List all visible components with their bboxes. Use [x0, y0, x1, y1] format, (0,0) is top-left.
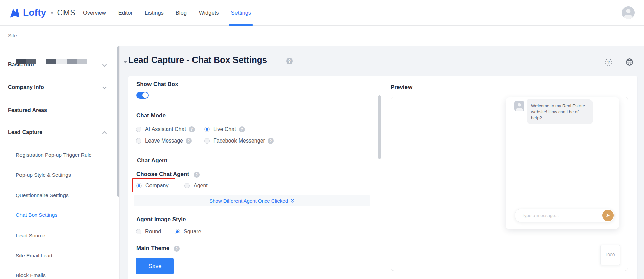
show-chat-box-label: Show Chat Box [136, 81, 178, 88]
radio-option-round[interactable]: Round [136, 229, 175, 235]
radio-label: Round [145, 229, 161, 235]
save-footer: Save [128, 253, 381, 279]
redacted-site-name [67, 59, 77, 64]
nav-item-blog[interactable]: Blog [176, 0, 187, 26]
help-icon[interactable]: ? [194, 172, 200, 178]
sidebar-item-popup-style-settings[interactable]: Pop-up Style & Settings [16, 172, 71, 180]
brand-product: CMS [57, 8, 75, 17]
help-icon[interactable]: ? [268, 138, 274, 144]
redacted-site-name [26, 59, 36, 64]
radio-icon[interactable] [184, 183, 190, 188]
sidebar-item-chat-box-settings[interactable]: Chat Box Settings [16, 212, 57, 220]
redacted-site-name [77, 59, 87, 64]
sidebar-item-featured-areas[interactable]: Featured Areas [8, 107, 47, 115]
radio-label: Leave Message [145, 138, 183, 144]
double-chevron-down-icon [290, 199, 295, 203]
send-icon [605, 213, 611, 218]
radio-icon[interactable] [136, 183, 142, 188]
lofty-logo-icon [9, 8, 20, 18]
radio-option-facebook-messenger[interactable]: Facebook Messenger ? [204, 138, 274, 144]
radio-label: Square [184, 229, 201, 235]
sidebar-item-lead-capture[interactable]: Lead Capture [8, 129, 42, 137]
form-scrollbar[interactable] [378, 95, 381, 159]
nav-item-widgets[interactable]: Widgets [199, 0, 219, 26]
sidebar-scrollbar[interactable] [117, 46, 119, 197]
radio-label: AI Assistant Chat [145, 126, 186, 132]
chevron-down-icon[interactable] [123, 61, 127, 63]
save-button[interactable]: Save [136, 258, 174, 274]
radio-option-square[interactable]: Square [175, 229, 201, 235]
annotation-highlight-box: Company [132, 178, 175, 192]
radio-icon[interactable] [204, 127, 210, 132]
brand-name: Lofty [23, 7, 46, 18]
welcome-message-bubble: Welcome to my Real Estate website! How c… [527, 99, 593, 124]
sidebar-item-questionnaire-settings[interactable]: Questionnaire Settings [16, 192, 69, 200]
chat-agent-heading: Chat Agent [137, 157, 167, 164]
sidebar-item-lead-source[interactable]: Lead Source [16, 233, 45, 240]
settings-sidebar: Basic Info Company Info Featured Areas L… [0, 46, 120, 279]
redacted-site-name [16, 59, 26, 64]
user-icon [622, 6, 635, 19]
help-icon[interactable]: ? [186, 138, 192, 144]
radio-icon[interactable] [136, 229, 141, 234]
main-theme-label: Main Theme ? [136, 245, 180, 252]
radio-option-company[interactable]: Company [136, 183, 168, 189]
send-button[interactable] [602, 210, 614, 221]
user-icon [514, 101, 524, 111]
page: Lofty • CMS Overview Editor Listings Blo… [0, 0, 644, 279]
chevron-up-icon[interactable] [102, 131, 107, 136]
redacted-site-name [56, 59, 67, 64]
radio-option-agent[interactable]: Agent [184, 183, 208, 189]
brand[interactable]: Lofty • CMS [9, 0, 76, 26]
user-avatar[interactable] [622, 6, 635, 19]
radio-label: Agent [194, 183, 208, 189]
help-icon[interactable]: ? [286, 58, 293, 64]
chat-mode-label: Chat Mode [136, 112, 166, 119]
radio-icon[interactable] [204, 138, 210, 144]
site-selector-bar: Site: ? [0, 26, 644, 46]
radio-option-leave-message[interactable]: Leave Message ? [136, 138, 204, 144]
radio-icon[interactable] [136, 138, 141, 144]
redacted-site-name [46, 59, 56, 64]
radio-icon[interactable] [175, 229, 180, 234]
chat-message-input[interactable] [522, 209, 599, 222]
site-label: Site: [8, 33, 18, 39]
toggle-knob [142, 92, 148, 98]
radio-icon[interactable] [136, 127, 141, 132]
chevron-down-icon[interactable] [102, 85, 107, 89]
sidebar-item-registration-popup-trigger-rule[interactable]: Registration Pop-up Trigger Rule [16, 152, 92, 159]
help-icon[interactable]: ? [239, 126, 245, 132]
language-globe-icon[interactable] [626, 58, 633, 67]
sidebar-item-block-emails[interactable]: Block Emails [16, 272, 46, 279]
help-icon[interactable]: ? [605, 59, 612, 66]
radio-label: Facebook Messenger [213, 138, 265, 144]
show-chat-box-toggle[interactable] [136, 92, 149, 99]
choose-chat-agent-label: Choose Chat Agent ? [136, 171, 200, 178]
link-label: Show Different Agent Once Clicked [209, 198, 288, 204]
sidebar-item-company-info[interactable]: Company Info [8, 84, 44, 92]
page-title: Lead Capture - Chat Box Settings [128, 55, 267, 65]
nav-item-listings[interactable]: Listings [145, 0, 164, 26]
radio-label: Live Chat [213, 126, 236, 132]
help-icon[interactable]: ? [174, 246, 180, 252]
site-logo-placeholder: LOGO [600, 245, 620, 265]
nav-item-editor[interactable]: Editor [118, 0, 133, 26]
radio-option-live-chat[interactable]: Live Chat ? [204, 126, 245, 132]
sidebar-item-site-email-lead[interactable]: Site Email Lead [16, 253, 52, 260]
agent-image-style-label: Agent Image Style [136, 216, 186, 223]
nav-item-settings[interactable]: Settings [231, 0, 251, 26]
preview-heading: Preview [391, 84, 412, 91]
chat-box-preview: Welcome to my Real Estate website! How c… [506, 97, 619, 229]
chevron-down-icon[interactable] [102, 62, 107, 67]
radio-label: Company [145, 183, 168, 189]
divider [137, 52, 137, 72]
help-icon[interactable]: ? [189, 126, 195, 132]
radio-option-ai-assistant-chat[interactable]: AI Assistant Chat ? [136, 126, 204, 132]
top-navigation-bar: Lofty • CMS Overview Editor Listings Blo… [0, 0, 644, 26]
logo-text: LOGO [606, 252, 615, 257]
main-nav: Overview Editor Listings Blog Widgets Se… [83, 0, 251, 26]
agent-avatar [514, 101, 524, 111]
nav-item-overview[interactable]: Overview [83, 0, 106, 26]
brand-separator: • [51, 9, 53, 17]
show-different-agent-link[interactable]: Show Different Agent Once Clicked [134, 195, 370, 206]
